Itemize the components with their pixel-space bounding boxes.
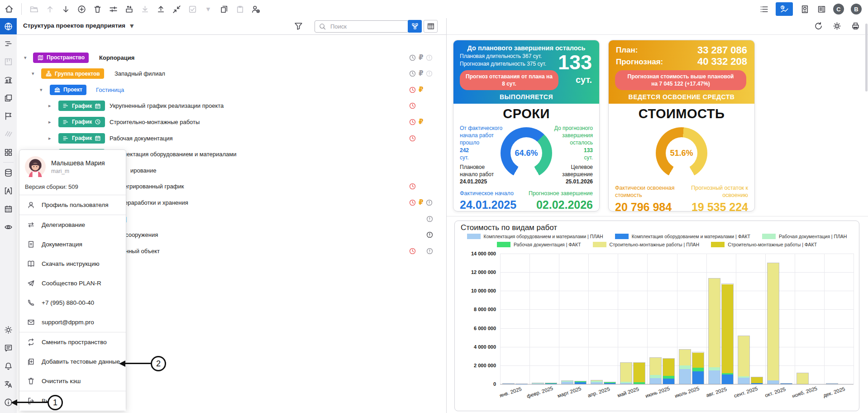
days-remaining-unit: сут. [576, 75, 592, 85]
user-menu-header: Малышева Мария mari_m [19, 154, 126, 181]
sidebar-feedback-icon[interactable] [0, 339, 17, 357]
menu-item-user[interactable]: Профиль пользователя [19, 195, 126, 215]
gridline [765, 254, 766, 384]
move-down-icon[interactable] [61, 4, 71, 14]
dashboard-view-icon[interactable] [776, 2, 793, 16]
table-view-button[interactable] [424, 20, 438, 33]
scrollbar[interactable] [865, 24, 868, 91]
sidebar-gantt-icon[interactable] [0, 34, 17, 53]
tree-expander-icon[interactable]: ▾ [32, 71, 34, 77]
list-view-icon[interactable] [759, 4, 769, 14]
sidebar-watch-icon[interactable] [0, 218, 17, 236]
warning-icon [426, 231, 434, 239]
chart-legend-row-2: Рабочая документация | ФАКТСтроительно-м… [455, 242, 859, 247]
cost-plan-label: План: [616, 46, 638, 55]
bar-segment [738, 378, 749, 384]
printer-icon[interactable] [851, 21, 860, 31]
bar-segment [709, 367, 720, 370]
sidebar-workspace-icon[interactable] [0, 18, 17, 34]
search-box[interactable] [315, 20, 409, 33]
menu-item-doc[interactable]: Документация [19, 235, 126, 254]
tree-row[interactable]: ▾ПроектГостиница₽ [17, 82, 446, 98]
copy-icon[interactable] [219, 4, 229, 14]
sidebar-calendar-icon[interactable] [0, 200, 17, 218]
unpack-icon[interactable] [124, 4, 134, 14]
user-settings-icon[interactable] [251, 4, 261, 14]
tree-title-dropdown[interactable]: Структура проектов предприятия▼ [23, 22, 134, 29]
bar-segment [532, 384, 544, 384]
chart-legend-row-1: Комплектация оборудованием и материалами… [455, 234, 859, 239]
menu-item-swap[interactable]: Делегирование [19, 215, 126, 235]
filter-settings-icon[interactable] [108, 4, 118, 14]
menu-item-logout[interactable]: Выход [19, 391, 126, 411]
tree-expander-icon[interactable]: ▸ [48, 135, 51, 141]
sidebar-theme-toggle-icon[interactable] [0, 321, 17, 339]
legend-item: Строительно-монтажные работы | ПЛАН [593, 242, 700, 247]
project-passport-icon[interactable] [800, 4, 810, 14]
menu-item-trash[interactable]: Очистить кэш [19, 371, 126, 391]
tree-row-label: Комплектация оборудованием и материалами [110, 151, 236, 158]
annotation-arrow-2 [125, 363, 151, 364]
add-item-icon[interactable] [76, 4, 86, 14]
tree-expander-icon[interactable]: ▾ [24, 55, 27, 61]
time-card-banner: До планового завершения осталось Планова… [453, 40, 599, 104]
y-tick-label: 14 000 000 [455, 251, 496, 256]
menu-item-send[interactable]: Сообщество PLAN-R [19, 274, 126, 293]
time-remaining-note: До прогнозного завершения осталось133сут… [549, 125, 593, 161]
bar-plan-8 [738, 336, 749, 384]
tree-expander-icon[interactable]: ▸ [48, 119, 51, 125]
bar-segment [751, 377, 763, 383]
menu-item-add-doc[interactable]: Добавить тестовые данные [19, 352, 126, 371]
import-icon [140, 4, 150, 14]
tree-expander-icon[interactable]: ▸ [48, 103, 51, 109]
collapse-all-icon[interactable] [172, 4, 181, 14]
bar-fact-7 [722, 284, 733, 384]
y-tick-label: 6 000 000 [455, 326, 496, 331]
tree-row[interactable]: ▸ГрафикУкрупненный график реализации про… [17, 98, 446, 114]
gridline [529, 254, 530, 384]
tree-header: Структура проектов предприятия▼ [17, 18, 446, 35]
tree-row-label: Корпорация [99, 54, 134, 61]
tree-row[interactable]: ▸ГрафикСтроительно-монтажные работы₽ [17, 114, 446, 130]
report-view-icon[interactable] [816, 4, 826, 14]
home-icon[interactable] [4, 4, 14, 14]
warning-icon [426, 247, 434, 255]
tree-row-label: егрированный график [124, 183, 184, 190]
menu-item-mail[interactable]: support@dppm.pro [19, 312, 126, 332]
delete-item-icon[interactable] [92, 4, 102, 14]
sidebar-database-icon[interactable] [0, 163, 17, 182]
menu-item-repeat[interactable]: Сменить пространство [19, 332, 126, 352]
search-input[interactable] [329, 23, 399, 30]
export-icon[interactable] [156, 4, 166, 14]
bar-segment [768, 380, 779, 384]
node-type-badge: График [58, 101, 105, 111]
sidebar-dictionary-icon[interactable] [0, 182, 17, 200]
left-sidebar [0, 18, 17, 413]
menu-item-book[interactable]: Скачать инструкцию [19, 254, 126, 274]
refresh-icon[interactable] [814, 21, 823, 31]
tree-row[interactable]: ▸ГрафикРабочая документация [17, 130, 446, 146]
tree-row[interactable]: ▾Группа проектовЗападный филиал₽ [17, 66, 446, 82]
sidebar-flags-icon[interactable] [0, 107, 17, 125]
sidebar-notifications-icon[interactable] [0, 357, 17, 375]
badge-b-icon[interactable]: B [851, 4, 862, 14]
sidebar-windows-icon[interactable] [0, 89, 17, 107]
tree-expander-icon[interactable]: ▾ [40, 87, 43, 93]
cost-card-title: СТОИМОСТЬ [609, 106, 754, 121]
tree-row[interactable]: ▾ПространствоКорпорация₽ [17, 49, 446, 66]
search-icon [319, 23, 326, 30]
bar-segment [575, 382, 586, 384]
badge-c-icon[interactable]: C [833, 4, 844, 14]
tree-view-button[interactable] [408, 20, 422, 33]
dashboard-panel: До планового завершения осталось Планова… [446, 18, 868, 413]
bar-segment [692, 353, 704, 368]
menu-item-phone[interactable]: +7 (995) 880-00-40 [19, 293, 126, 312]
warning-icon [426, 215, 434, 223]
sidebar-language-icon[interactable] [0, 375, 17, 393]
node-type-badge: Пространство [33, 53, 89, 63]
filter-button[interactable] [294, 21, 303, 31]
gear-icon[interactable] [832, 21, 842, 31]
sidebar-modules-icon[interactable] [0, 143, 17, 161]
annotation-arrowhead-2 [119, 360, 125, 367]
sidebar-analytics-icon[interactable] [0, 71, 17, 89]
